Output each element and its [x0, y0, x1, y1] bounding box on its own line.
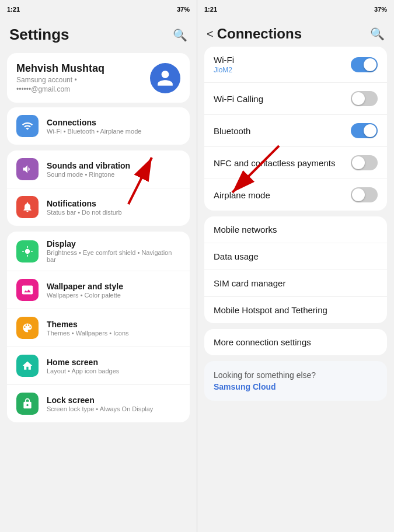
settings-item-display[interactable]: Display Brightness • Eye comfort shield … [7, 232, 190, 271]
lockscreen-sub: Screen lock type • Always On Display [47, 405, 153, 412]
notifications-sub: Status bar • Do not disturb [47, 209, 122, 216]
settings-item-sounds[interactable]: Sounds and vibration Sound mode • Ringto… [7, 150, 190, 188]
simcard-title: SIM card manager [214, 278, 285, 288]
profile-email: ••••••@gmail.com [16, 85, 104, 93]
connections-title: Connections [47, 118, 141, 127]
settings-item-themes[interactable]: Themes Themes • Wallpapers • Icons [7, 309, 190, 347]
profile-sub: Samsung account • [16, 76, 104, 84]
sounds-title: Sounds and vibration [47, 161, 130, 170]
conn-group-simple: Mobile networks Data usage SIM card mana… [204, 216, 387, 323]
settings-list: Connections Wi-Fi • Bluetooth • Airplane… [0, 107, 197, 532]
settings-item-notifications[interactable]: Notifications Status bar • Do not distur… [7, 188, 190, 226]
wificalling-title: Wi-Fi Calling [214, 94, 263, 104]
sounds-sub: Sound mode • Ringtone [47, 171, 130, 178]
conn-item-wifi[interactable]: Wi-Fi JioM2 [204, 47, 387, 83]
lockscreen-title: Lock screen [47, 396, 153, 405]
bluetooth-title: Bluetooth [214, 126, 250, 136]
themes-icon [16, 317, 39, 339]
datausage-title: Data usage [214, 251, 259, 261]
conn-item-nfc[interactable]: NFC and contactless payments [204, 147, 387, 179]
conn-group-toggles: Wi-Fi JioM2 Wi-Fi Calling Bluetoot [204, 47, 387, 211]
themes-sub: Themes • Wallpapers • Icons [47, 330, 129, 337]
homescreen-title: Home screen [47, 358, 119, 367]
bluetooth-toggle[interactable] [351, 123, 378, 138]
wallpaper-title: Wallpaper and style [47, 282, 123, 291]
battery-right: 37% [374, 6, 387, 13]
settings-group-sounds: Sounds and vibration Sound mode • Ringto… [7, 150, 190, 226]
search-icon-right[interactable]: 🔍 [370, 27, 385, 41]
connections-title: Connections [217, 26, 302, 42]
homescreen-icon [16, 355, 39, 377]
notifications-title: Notifications [47, 199, 122, 208]
status-bar-right: 1:21 37% [197, 0, 394, 19]
hotspot-title: Mobile Hotspot and Tethering [214, 305, 327, 315]
connections-list: Wi-Fi JioM2 Wi-Fi Calling Bluetoot [197, 47, 394, 532]
settings-item-connections[interactable]: Connections Wi-Fi • Bluetooth • Airplane… [7, 107, 190, 145]
right-panel: 1:21 37% < Connections 🔍 Wi-Fi JioM2 [197, 0, 394, 532]
settings-item-lockscreen[interactable]: Lock screen Screen lock type • Always On… [7, 385, 190, 422]
time-right: 1:21 [204, 6, 217, 13]
settings-group-display: Display Brightness • Eye comfort shield … [7, 232, 190, 422]
profile-name: Mehvish Mushtaq [16, 62, 104, 75]
lockscreen-icon [16, 393, 39, 415]
nfc-title: NFC and contactless payments [214, 158, 335, 168]
wifi-toggle-knob [364, 58, 376, 71]
conn-item-simcard[interactable]: SIM card manager [204, 270, 387, 297]
airplane-toggle-knob [352, 188, 365, 201]
connections-header: < Connections 🔍 [197, 19, 394, 47]
wificalling-toggle-knob [352, 92, 365, 105]
conn-group-more: More connection settings [204, 329, 387, 355]
display-sub: Brightness • Eye comfort shield • Naviga… [47, 249, 180, 263]
bluetooth-toggle-knob [364, 124, 376, 137]
time-left: 1:21 [7, 6, 20, 13]
sounds-icon [16, 158, 39, 180]
nfc-toggle-knob [352, 156, 365, 169]
conn-item-wificalling[interactable]: Wi-Fi Calling [204, 83, 387, 115]
conn-item-hotspot[interactable]: Mobile Hotspot and Tethering [204, 297, 387, 323]
back-button[interactable]: < [207, 27, 214, 41]
settings-title: Settings [9, 26, 69, 44]
settings-group-connections: Connections Wi-Fi • Bluetooth • Airplane… [7, 107, 190, 145]
settings-item-wallpaper[interactable]: Wallpaper and style Wallpapers • Color p… [7, 271, 190, 309]
profile-card[interactable]: Mehvish Mushtaq Samsung account • ••••••… [7, 53, 190, 103]
wifi-sub: JioM2 [214, 66, 234, 74]
search-icon-left[interactable]: 🔍 [173, 28, 187, 42]
left-panel: 1:21 37% Settings 🔍 Mehvish Mushtaq Sams… [0, 0, 197, 532]
settings-header: Settings 🔍 [0, 19, 197, 48]
airplane-title: Airplane mode [214, 190, 270, 200]
connections-icon [16, 115, 39, 137]
connections-sub: Wi-Fi • Bluetooth • Airplane mode [47, 128, 141, 135]
status-bar-left: 1:21 37% [0, 0, 197, 19]
display-title: Display [47, 239, 180, 249]
wificalling-toggle[interactable] [351, 91, 378, 106]
themes-title: Themes [47, 320, 129, 329]
battery-left: 37% [177, 6, 190, 13]
conn-item-bluetooth[interactable]: Bluetooth [204, 115, 387, 147]
conn-item-moreconnections[interactable]: More connection settings [204, 329, 387, 355]
conn-item-airplane[interactable]: Airplane mode [204, 179, 387, 211]
nfc-toggle[interactable] [351, 155, 378, 170]
avatar [150, 63, 180, 93]
notifications-icon [16, 196, 39, 218]
looking-title: Looking for something else? [214, 370, 378, 380]
wifi-toggle[interactable] [351, 57, 378, 72]
conn-item-datausage[interactable]: Data usage [204, 243, 387, 270]
wallpaper-icon [16, 279, 39, 301]
moreconnections-title: More connection settings [214, 337, 311, 347]
settings-item-homescreen[interactable]: Home screen Layout • App icon badges [7, 347, 190, 385]
wallpaper-sub: Wallpapers • Color palette [47, 292, 123, 299]
samsung-cloud-link[interactable]: Samsung Cloud [214, 382, 378, 391]
conn-item-mobilenetworks[interactable]: Mobile networks [204, 216, 387, 243]
homescreen-sub: Layout • App icon badges [47, 368, 119, 374]
airplane-toggle[interactable] [351, 187, 378, 202]
display-icon [16, 240, 39, 262]
wifi-title: Wi-Fi [214, 55, 234, 65]
mobilenetworks-title: Mobile networks [214, 225, 277, 235]
looking-card: Looking for something else? Samsung Clou… [204, 361, 387, 401]
